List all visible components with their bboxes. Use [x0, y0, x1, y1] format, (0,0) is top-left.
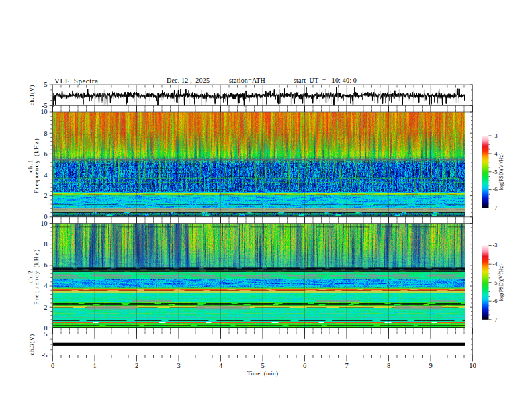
svg-text:7: 7 [345, 362, 348, 369]
svg-text:Time (min): Time (min) [247, 370, 278, 377]
svg-text:log(PSD)(V /Hz): log(PSD)(V /Hz) [498, 264, 504, 301]
svg-text:VLF Spectra: VLF Spectra [54, 77, 98, 85]
svg-text:ch.3(V): ch.3(V) [28, 334, 35, 355]
svg-text:6: 6 [44, 150, 48, 158]
svg-text:4: 4 [219, 362, 223, 369]
svg-text:3: 3 [177, 362, 180, 369]
svg-text:-3: -3 [493, 132, 498, 139]
svg-text:-5: -5 [493, 279, 498, 286]
svg-text:station=ATH: station=ATH [229, 77, 265, 84]
svg-text:8: 8 [387, 362, 390, 369]
svg-text:log(PSD)(V /Hz): log(PSD)(V /Hz) [498, 153, 504, 190]
svg-text:8: 8 [44, 240, 48, 248]
svg-text:6: 6 [44, 261, 48, 269]
svg-text:start UT = 10: 40: 0: start UT = 10: 40: 0 [294, 77, 357, 84]
svg-text:-6: -6 [493, 186, 498, 193]
svg-text:10: 10 [41, 108, 48, 116]
svg-text:2: 2 [135, 362, 138, 369]
svg-text:5: 5 [44, 330, 48, 338]
svg-text:-4: -4 [493, 261, 498, 267]
svg-text:9: 9 [429, 362, 432, 369]
svg-text:-7: -7 [493, 316, 498, 323]
svg-text:-5: -5 [493, 169, 498, 175]
svg-text:-3: -3 [493, 242, 498, 248]
svg-text:5: 5 [44, 81, 48, 88]
svg-text:8: 8 [44, 130, 48, 137]
svg-text:2: 2 [497, 162, 501, 164]
svg-text:2: 2 [497, 273, 501, 275]
svg-text:-5: -5 [42, 351, 47, 359]
svg-text:2: 2 [44, 192, 48, 199]
svg-text:1: 1 [93, 362, 96, 369]
svg-text:-4: -4 [493, 150, 498, 157]
svg-text:Frequency (kHz): Frequency (kHz) [33, 248, 40, 305]
svg-text:10: 10 [469, 362, 476, 369]
svg-text:4: 4 [44, 282, 48, 289]
svg-text:Frequency (kHz): Frequency (kHz) [33, 138, 40, 194]
svg-text:-7: -7 [493, 204, 498, 211]
svg-text:6: 6 [303, 362, 306, 369]
svg-text:-6: -6 [493, 298, 498, 304]
svg-text:Dec. 12 , 2025: Dec. 12 , 2025 [167, 77, 210, 84]
svg-text:4: 4 [44, 171, 48, 179]
svg-text:10: 10 [41, 220, 48, 227]
svg-text:ch.1(V): ch.1(V) [28, 85, 35, 105]
svg-text:2: 2 [44, 304, 48, 311]
svg-text:5: 5 [261, 362, 264, 369]
svg-text:0: 0 [51, 362, 54, 369]
